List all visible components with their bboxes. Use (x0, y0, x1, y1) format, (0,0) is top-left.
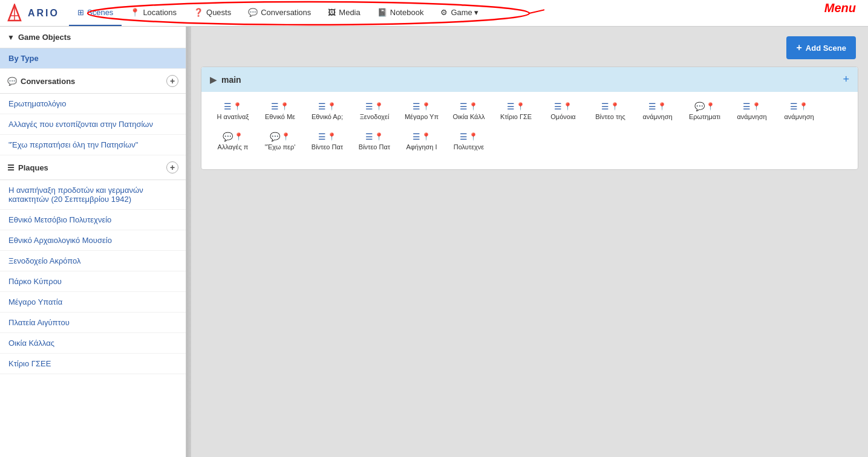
plaque-item-4[interactable]: Πάρκο Κύπρου (0, 271, 186, 292)
pin-icon-1: 📍 (280, 102, 289, 111)
by-type-item[interactable]: By Type (0, 48, 186, 69)
nav-label-scenes: Scenes (87, 8, 113, 17)
nav-item-conversations[interactable]: 💬 Conversations (240, 0, 319, 26)
pin-icon-8: 📍 (610, 102, 619, 111)
scene-body: ☰ 📍 Η ανατίναξ ☰ 📍 Εθνικό Με (201, 92, 858, 169)
scene-item-r2-4[interactable]: ☰ 📍 Αφήγηση Ι (400, 129, 443, 154)
logo-icon (5, 4, 24, 23)
list-icon-11: ☰ (743, 102, 751, 111)
plaque-label-1: Εθνικό Μετσόβιο Πολυτεχνείο (8, 215, 111, 224)
scenes-icon: ⊞ (77, 8, 84, 17)
plaque-label-5: Μέγαρο Υπατία (8, 297, 62, 306)
scene-items-row-2: 💬 📍 Αλλαγές π 💬 📍 "Έχω περ' (211, 129, 848, 154)
nav-item-locations[interactable]: 📍 Locations (122, 0, 185, 26)
locations-icon: 📍 (130, 8, 140, 17)
main-layout: ▼ Game Objects By Type 💬 Conversations +… (0, 27, 868, 457)
scene-item-0[interactable]: ☰ 📍 Η ανατίναξ (211, 99, 255, 123)
scene-item-11[interactable]: ☰ 📍 ανάμνηση (730, 99, 774, 123)
scene-item-5[interactable]: ☰ 📍 Οικία Κάλλ (447, 99, 491, 123)
pin-icon-r2-3: 📍 (374, 132, 383, 141)
scene-item-1[interactable]: ☰ 📍 Εθνικό Με (258, 99, 302, 123)
nav-item-quests[interactable]: ❓ Quests (185, 0, 240, 26)
plaque-label-2: Εθνικό Αρχαιολογικό Μουσείο (8, 236, 112, 245)
scene-item-label-r2-5: Πολυτεχνε (454, 143, 485, 151)
pin-icon-3: 📍 (374, 102, 383, 111)
chat-icon-r2-1: 💬 (270, 132, 280, 141)
pin-icon-r2-0: 📍 (234, 132, 243, 141)
nav-item-media[interactable]: 🖼 Media (319, 0, 368, 26)
scene-item-r2-5[interactable]: ☰ 📍 Πολυτεχνε (447, 129, 491, 154)
add-conversation-button[interactable]: + (166, 75, 178, 87)
scene-item-label-10: Ερωτηματι (689, 113, 720, 121)
list-icon-r2-3: ☰ (365, 132, 373, 141)
plaque-item-5[interactable]: Μέγαρο Υπατία (0, 292, 186, 313)
plaque-item-0[interactable]: Η αναπήναξη προδοτών και γερμανών κατακτ… (0, 180, 186, 210)
plaque-label-7: Οικία Κάλλας (8, 339, 54, 348)
menu-annotation-text: Menu (824, 1, 856, 15)
nav-label-locations: Locations (143, 8, 177, 17)
scene-item-9[interactable]: ☰ 📍 ανάμνηση (636, 99, 679, 123)
quests-icon: ❓ (194, 8, 203, 17)
scene-item-3[interactable]: ☰ 📍 Ξενοδοχεί (353, 99, 396, 123)
by-type-label: By Type (8, 54, 39, 63)
nav-label-quests: Quests (206, 8, 231, 17)
plus-icon: + (796, 42, 801, 53)
plaque-item-6[interactable]: Πλατεία Αιγύπτου (0, 313, 186, 333)
scene-item-4[interactable]: ☰ 📍 Μέγαρο Υπ (400, 99, 443, 123)
nav-label-notebook: Notebook (390, 8, 424, 17)
plaque-item-8[interactable]: Κτίριο ΓΣΕΕ (0, 354, 186, 374)
list-icon-r2-5: ☰ (460, 132, 468, 141)
plaque-item-7[interactable]: Οικία Κάλλας (0, 333, 186, 354)
scene-item-r2-1[interactable]: 💬 📍 "Έχω περ' (258, 129, 302, 154)
scene-name: main (221, 75, 241, 85)
list-icon-7: ☰ (554, 102, 562, 111)
nav-item-notebook[interactable]: 📓 Notebook (369, 0, 432, 26)
list-icon-8: ☰ (601, 102, 609, 111)
scene-item-label-5: Οικία Κάλλ (453, 113, 485, 121)
scene-item-r2-2[interactable]: ☰ 📍 Βίντεο Πατ (305, 129, 349, 154)
game-objects-label: Game Objects (18, 33, 71, 42)
scene-item-2[interactable]: ☰ 📍 Εθνικό Αρ; (305, 99, 349, 123)
add-plaque-button[interactable]: + (166, 161, 178, 173)
plaque-item-2[interactable]: Εθνικό Αρχαιολογικό Μουσείο (0, 230, 186, 251)
chat-icon-r2-0: 💬 (223, 132, 233, 141)
scene-item-label-r2-0: Αλλαγές π (218, 143, 249, 151)
conversation-item-1[interactable]: Αλλαγές που εντοπίζονται στην Πατησίων (0, 114, 186, 135)
pin-icon-9: 📍 (658, 102, 667, 111)
scene-item-label-9: ανάμνηση (642, 113, 672, 121)
scene-item-10[interactable]: 💬 📍 Ερωτηματι (683, 99, 726, 123)
pin-icon-6: 📍 (516, 102, 525, 111)
scene-item-6[interactable]: ☰ 📍 Κτίριο ΓΣΕ (494, 99, 538, 123)
scene-item-r2-0[interactable]: 💬 📍 Αλλαγές π (211, 129, 255, 154)
scene-item-12[interactable]: ☰ 📍 ανάμνηση (777, 99, 821, 123)
list-icon-12: ☰ (790, 102, 798, 111)
plaque-label-0: Η αναπήναξη προδοτών και γερμανών κατακτ… (8, 186, 143, 204)
add-scene-button[interactable]: + Add Scene (786, 36, 856, 59)
conversation-label-1: Αλλαγές που εντοπίζονται στην Πατησίων (8, 120, 153, 129)
game-icon: ⚙ (440, 8, 448, 17)
scene-item-label-0: Η ανατίναξ (217, 113, 249, 121)
scene-item-8[interactable]: ☰ 📍 Βίντεο της (589, 99, 632, 123)
scene-header[interactable]: ▶ main + (201, 67, 858, 92)
plaque-item-3[interactable]: Ξενοδοχείο Ακρόπολ (0, 251, 186, 271)
add-scene-label: Add Scene (806, 44, 846, 53)
plaque-item-1[interactable]: Εθνικό Μετσόβιο Πολυτεχνείο (0, 210, 186, 230)
conversation-item-0[interactable]: Ερωτηματολόγιο (0, 94, 186, 114)
game-objects-header: ▼ Game Objects (0, 27, 186, 48)
list-icon-1: ☰ (271, 102, 279, 111)
nav-items: ⊞ Scenes 📍 Locations ❓ Quests 💬 Conversa… (69, 0, 487, 26)
scene-add-button[interactable]: + (843, 73, 849, 86)
plaque-label-8: Κτίριο ΓΣΕΕ (8, 359, 51, 368)
scene-item-label-1: Εθνικό Με (265, 113, 295, 121)
nav-item-scenes[interactable]: ⊞ Scenes (69, 0, 122, 26)
pin-icon-10: 📍 (706, 102, 715, 111)
nav-item-game[interactable]: ⚙ Game ▾ (432, 0, 487, 26)
pin-icon-11: 📍 (752, 102, 761, 111)
plaques-section-label: Plaques (18, 163, 48, 172)
scene-item-7[interactable]: ☰ 📍 Ομόνοια (541, 99, 585, 123)
pin-icon-0: 📍 (233, 102, 242, 111)
plaque-label-6: Πλατεία Αιγύπτου (8, 318, 70, 327)
scene-item-r2-3[interactable]: ☰ 📍 Βίντεο Πατ (353, 129, 396, 154)
sidebar-scrollbar[interactable] (186, 27, 191, 457)
conversation-item-2[interactable]: "Έχω περπατήσει όλη την Πατησίων" (0, 135, 186, 155)
